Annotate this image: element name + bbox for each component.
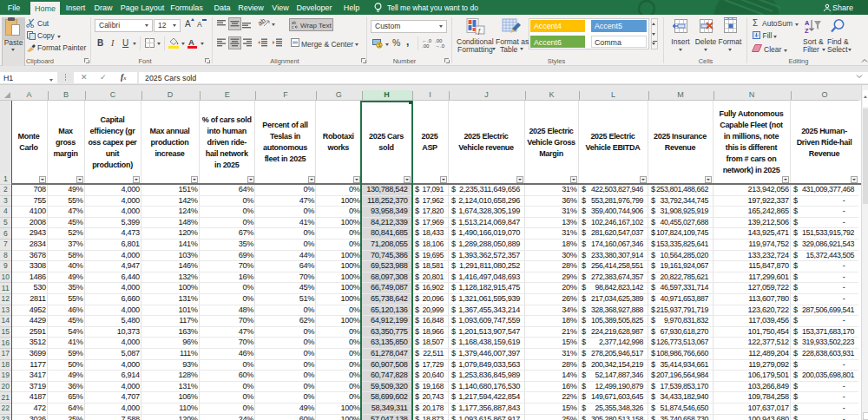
- svg-text:ƒ: ƒ: [477, 28, 481, 35]
- svg-text:c: c: [292, 25, 294, 29]
- svg-text:A: A: [805, 19, 810, 27]
- svg-text:Z: Z: [805, 27, 809, 35]
